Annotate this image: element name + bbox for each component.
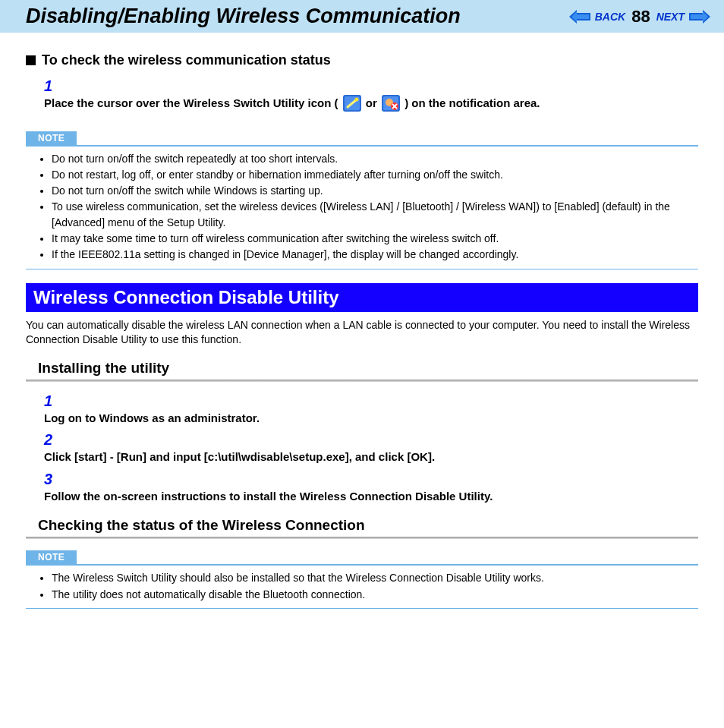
wireless-off-icon — [382, 95, 400, 117]
note-item: To use wireless communication, set the w… — [52, 199, 698, 230]
subheading-installing: Installing the utility — [38, 360, 698, 377]
step-text-mid: or — [366, 96, 380, 109]
wireless-on-icon — [343, 95, 361, 117]
note-label: NOTE — [26, 550, 77, 564]
next-link[interactable]: NEXT — [656, 11, 685, 23]
note-item: It may take some time to turn off wirele… — [52, 231, 698, 246]
subheading-divider — [26, 380, 698, 382]
note-item: Do not turn on/off the switch repeatedly… — [52, 151, 698, 166]
note-item: The utility does not automatically disab… — [52, 587, 698, 602]
step-text: Place the cursor over the Wireless Switc… — [44, 95, 674, 117]
back-link[interactable]: BACK — [595, 11, 625, 23]
note-divider-bottom — [26, 608, 698, 609]
page-number: 88 — [631, 7, 650, 27]
step-number: 2 — [44, 431, 65, 449]
step-row: 1 Place the cursor over the Wireless Swi… — [44, 77, 698, 117]
note-header: NOTE — [26, 131, 698, 145]
section-heading-check-status: To check the wireless communication stat… — [26, 52, 698, 68]
note-label: NOTE — [26, 131, 77, 145]
note-divider-top — [26, 564, 698, 566]
svg-point-7 — [354, 98, 358, 102]
note-header: NOTE — [26, 550, 698, 564]
step-number: 3 — [44, 471, 65, 488]
page-header: Disabling/Enabling Wireless Communicatio… — [0, 0, 724, 33]
note-item: If the IEEE802.11a setting is changed in… — [52, 247, 698, 262]
step-text-post: ) on the notification area. — [404, 96, 540, 109]
back-arrow-icon[interactable] — [569, 10, 590, 24]
nav-cluster: BACK 88 NEXT — [569, 7, 710, 27]
note-item: Do not restart, log off, or enter standb… — [52, 167, 698, 182]
step-row: 2 Click [start] - [Run] and input [c:\ut… — [44, 431, 698, 466]
step-text: Follow the on-screen instructions to ins… — [44, 488, 674, 506]
step-text: Log on to Windows as an administrator. — [44, 410, 674, 427]
note-divider-top — [26, 145, 698, 147]
section-bar-disable-utility: Wireless Connection Disable Utility — [26, 283, 698, 312]
section-heading-text: To check the wireless communication stat… — [42, 52, 331, 68]
subheading-divider — [26, 537, 698, 539]
step-number: 1 — [44, 392, 65, 410]
subheading-checking: Checking the status of the Wireless Conn… — [38, 517, 698, 534]
bullet-square-icon — [26, 55, 36, 65]
intro-paragraph: You can automatically disable the wirele… — [26, 318, 698, 348]
step-text-pre: Place the cursor over the Wireless Switc… — [44, 96, 338, 109]
page-title: Disabling/Enabling Wireless Communicatio… — [26, 5, 461, 28]
step-row: 3 Follow the on-screen instructions to i… — [44, 471, 698, 506]
content-area: To check the wireless communication stat… — [0, 33, 724, 633]
next-arrow-icon[interactable] — [689, 10, 710, 24]
note-list-2: The Wireless Switch Utility should also … — [26, 570, 698, 602]
note-list-1: Do not turn on/off the switch repeatedly… — [26, 151, 698, 263]
step-number: 1 — [44, 77, 65, 95]
note-item: The Wireless Switch Utility should also … — [52, 570, 698, 585]
step-text: Click [start] - [Run] and input [c:\util… — [44, 449, 674, 466]
note-item: Do not turn on/off the switch while Wind… — [52, 183, 698, 198]
note-divider-bottom — [26, 269, 698, 269]
step-row: 1 Log on to Windows as an administrator. — [44, 392, 698, 427]
